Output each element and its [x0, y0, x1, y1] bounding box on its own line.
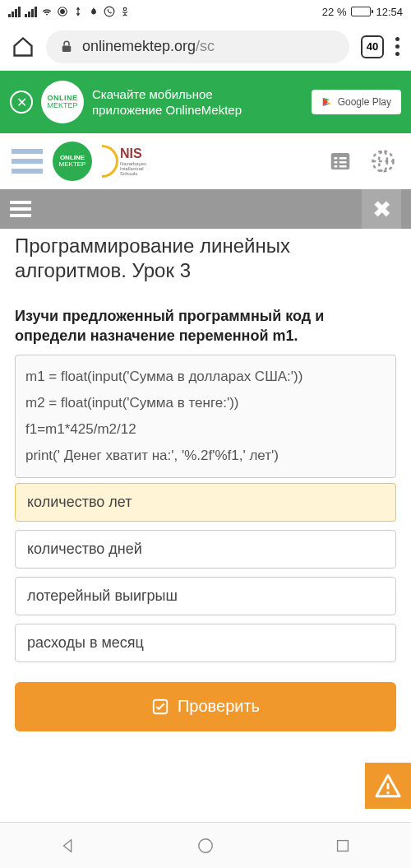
nav-recent-button[interactable] [334, 837, 352, 855]
signal-icon-2 [25, 7, 37, 17]
android-nav-bar [0, 822, 411, 868]
tabs-button[interactable]: 40 [361, 35, 384, 58]
svg-rect-11 [339, 165, 347, 168]
svg-rect-6 [335, 157, 338, 160]
site-logo[interactable]: ONLINE MEKTEP [53, 142, 92, 181]
check-label: Проверить [178, 697, 260, 716]
battery-pct: 22 % [322, 6, 347, 18]
site-header: ONLINE MEKTEP NIS Nazarbayev Intellectua… [0, 133, 411, 189]
lock-icon [59, 39, 74, 54]
answer-option-1[interactable]: количество дней [15, 530, 396, 569]
svg-rect-9 [339, 161, 347, 164]
banner-close-button[interactable]: ✕ [10, 91, 33, 114]
battery-icon [351, 7, 371, 16]
ok-icon [119, 6, 131, 17]
lesson-menu-button[interactable] [10, 201, 31, 217]
code-line: m2 = float(input('Сумма в тенге:')) [25, 390, 386, 416]
svg-rect-7 [339, 157, 347, 160]
lesson-bar: ✖ [0, 189, 411, 229]
nav-home-button[interactable] [196, 837, 215, 855]
svg-point-2 [104, 7, 114, 16]
home-icon[interactable] [12, 35, 35, 58]
data-icon [72, 6, 84, 17]
warning-icon [374, 772, 402, 800]
warning-button[interactable] [365, 763, 411, 809]
site-toc-button[interactable] [12, 149, 43, 174]
nis-logo: NIS Nazarbayev Intellectual Schools [102, 145, 146, 178]
svg-rect-4 [62, 45, 72, 52]
status-right: 22 % 12:54 [322, 6, 403, 18]
check-icon [151, 698, 169, 716]
browser-menu-icon[interactable] [395, 37, 399, 56]
flame-icon [88, 6, 99, 17]
check-button[interactable]: Проверить [15, 682, 396, 731]
app-banner: ✕ ONLINE MEKTEP Скачайте мобильное прило… [0, 71, 411, 133]
signal-icon-1 [8, 7, 21, 17]
banner-text: Скачайте мобильное приложение OnlineMekt… [92, 86, 303, 118]
url-bar[interactable]: onlinemektep.org/sc [46, 30, 349, 63]
status-bar: 22 % 12:54 [0, 0, 411, 23]
code-box: m1 = float(input('Сумма в долларах США:'… [15, 355, 396, 478]
question-text: Изучи предложенный программный код и опр… [15, 306, 396, 346]
url-text: onlinemektep.org/sc [82, 38, 215, 55]
answer-option-2[interactable]: лотерейный выигрыш [15, 577, 396, 615]
code-line: m1 = float(input('Сумма в долларах США:'… [25, 364, 386, 390]
code-line: f1=m1*425/m2/12 [25, 416, 386, 443]
status-left [8, 6, 131, 17]
svg-rect-19 [337, 840, 348, 851]
svg-rect-8 [335, 161, 338, 164]
code-line: print(' Денег хватит на:', '%.2f'%f1,' л… [25, 443, 386, 469]
banner-logo: ONLINE MEKTEP [41, 81, 84, 123]
svg-point-17 [386, 791, 389, 794]
google-play-button[interactable]: Google Play [312, 90, 401, 114]
wifi-icon [41, 6, 53, 17]
answer-option-3[interactable]: расходы в месяц [15, 624, 396, 662]
list-view-button[interactable] [324, 145, 357, 178]
browser-bar: onlinemektep.org/sc 40 [0, 23, 411, 71]
lesson-content: Программирование линейных алгоритмов. Ур… [0, 229, 411, 731]
svg-point-18 [199, 838, 213, 852]
lesson-close-button[interactable]: ✖ [362, 189, 401, 229]
answer-option-0[interactable]: количество лет [15, 483, 396, 522]
svg-rect-10 [335, 165, 338, 168]
location-icon [57, 6, 68, 17]
nav-back-button[interactable] [59, 837, 77, 855]
lesson-title: Программирование линейных алгоритмов. Ур… [15, 234, 396, 283]
store-label: Google Play [338, 96, 391, 108]
language-button[interactable] [367, 145, 399, 178]
svg-point-0 [60, 9, 65, 14]
clock: 12:54 [376, 6, 403, 18]
whatsapp-icon [104, 6, 115, 17]
svg-point-3 [123, 7, 127, 11]
play-store-icon [321, 96, 333, 108]
tab-count: 40 [367, 40, 378, 53]
